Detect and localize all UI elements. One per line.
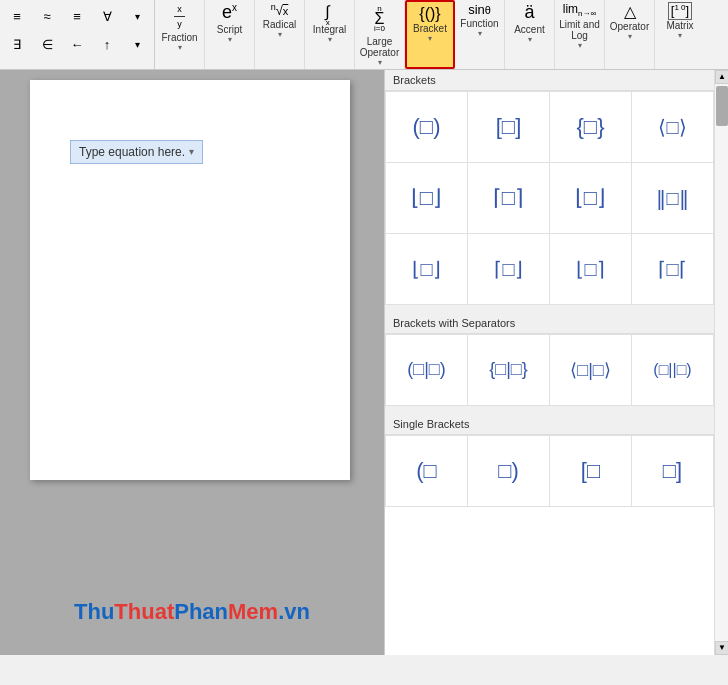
radical-icon: n√x — [271, 2, 289, 19]
sep2 — [385, 406, 714, 414]
sym-more1[interactable]: ▾ — [123, 3, 151, 29]
sym-lines[interactable]: ≡ — [63, 3, 91, 29]
bracket-single-symbol-3: [□ — [581, 458, 600, 484]
bracket-single-symbol-2: □) — [498, 458, 519, 484]
limitlog-icon: limn→∞ — [563, 2, 596, 19]
radical-label: Radical — [263, 19, 296, 30]
equation-dropdown-arrow[interactable]: ▾ — [189, 146, 194, 157]
bracket-single-cell-1[interactable]: (□ — [386, 436, 467, 506]
scroll-down-btn[interactable]: ▼ — [715, 641, 728, 655]
sym-in[interactable]: ∈ — [33, 31, 61, 57]
bracket-sep-symbol-2: {□|□} — [489, 359, 527, 380]
tool-limitlog[interactable]: limn→∞ Limit andLog ▾ — [555, 0, 605, 69]
bracket-sep-cell-4[interactable]: (□||□) — [632, 335, 713, 405]
matrix-icon: [1 0] — [668, 2, 692, 20]
tool-integral[interactable]: ∫x Integral ▾ — [305, 0, 355, 69]
sym-more2[interactable]: ▾ — [123, 31, 151, 57]
tool-groups: x y Fraction ▾ ex Script ▾ n√x Radical ▾… — [155, 0, 728, 69]
document-page: Type equation here. ▾ — [30, 80, 350, 480]
bracket-cell-6[interactable]: ⌈□⌉ — [468, 163, 549, 233]
bracket-symbol-1: (□) — [413, 114, 441, 140]
watermark-mem: Mem — [228, 599, 278, 624]
bracket-sep-symbol-3: ⟨□|□⟩ — [570, 359, 610, 381]
bracket-cell-7[interactable]: ⌊□⌋ — [550, 163, 631, 233]
largeop-label: LargeOperator — [360, 36, 399, 58]
scroll-area — [715, 84, 728, 641]
bracket-cell-5[interactable]: ⌊□⌋ — [386, 163, 467, 233]
scroll-thumb[interactable] — [716, 86, 728, 126]
sym-larrow[interactable]: ← — [63, 31, 91, 57]
bracket-cell-2[interactable]: [□] — [468, 92, 549, 162]
ribbon: ≡ ≈ ≡ ∀ ▾ ∃ ∈ ← ↑ ▾ x y Fraction — [0, 0, 728, 70]
bracket-label: Bracket — [413, 23, 447, 34]
main-area: Type equation here. ▾ ThuThuatPhanMem.vn… — [0, 70, 728, 655]
integral-arrow: ▾ — [328, 35, 332, 44]
bracket-cell-10[interactable]: ⌈□⌋ — [468, 234, 549, 304]
bracket-cell-3[interactable]: {□} — [550, 92, 631, 162]
sym-uarrow[interactable]: ↑ — [93, 31, 121, 57]
tool-fraction[interactable]: x y Fraction ▾ — [155, 0, 205, 69]
function-label: Function — [460, 18, 498, 29]
bracket-cell-1[interactable]: (□) — [386, 92, 467, 162]
integral-icon: ∫x — [325, 2, 333, 24]
section1-title: Brackets — [385, 70, 714, 91]
bracket-cell-11[interactable]: ⌊□⌉ — [550, 234, 631, 304]
bracket-symbol-7: ⌊□⌋ — [575, 185, 606, 211]
sym-forall[interactable]: ∀ — [93, 3, 121, 29]
watermark-phan: Phan — [174, 599, 228, 624]
tool-radical[interactable]: n√x Radical ▾ — [255, 0, 305, 69]
script-icon: ex — [222, 2, 237, 24]
tool-script[interactable]: ex Script ▾ — [205, 0, 255, 69]
sym-approx[interactable]: ≈ — [33, 3, 61, 29]
largeop-icon: n Σ i=0 — [374, 2, 385, 36]
tool-function[interactable]: sinθ Function ▾ — [455, 0, 505, 69]
tool-accent[interactable]: ä Accent ▾ — [505, 0, 555, 69]
section2-title: Brackets with Separators — [385, 313, 714, 334]
bracket-arrow: ▾ — [428, 34, 432, 43]
section3-title: Single Brackets — [385, 414, 714, 435]
equation-box[interactable]: Type equation here. ▾ — [70, 140, 203, 164]
tool-bracket[interactable]: {()} Bracket ▾ — [405, 0, 455, 69]
fraction-label: Fraction — [161, 32, 197, 43]
brackets-grid: (□) [□] {□} ⟨□⟩ ⌊□⌋ ⌈□⌉ — [385, 91, 714, 305]
matrix-label: Matrix — [666, 20, 693, 31]
bracket-sep-cell-3[interactable]: ⟨□|□⟩ — [550, 335, 631, 405]
dropdown-panel: Brackets (□) [□] {□} ⟨□⟩ ⌊□⌋ — [384, 70, 714, 655]
bracket-symbol-9: ⌊□⌋ — [412, 257, 440, 281]
sym-equiv[interactable]: ≡ — [3, 3, 31, 29]
tool-operator[interactable]: △ Operator ▾ — [605, 0, 655, 69]
bracket-single-symbol-4: □] — [663, 458, 682, 484]
sep1 — [385, 305, 714, 313]
script-label: Script — [217, 24, 243, 35]
bracket-sep-symbol-4: (□||□) — [653, 361, 691, 379]
equation-placeholder: Type equation here. — [79, 145, 185, 159]
accent-label: Accent — [514, 24, 545, 35]
bracket-cell-9[interactable]: ⌊□⌋ — [386, 234, 467, 304]
watermark-thu: Thu — [74, 599, 114, 624]
scrollbar[interactable]: ▲ ▼ — [714, 70, 728, 655]
bracket-symbol-11: ⌊□⌉ — [576, 257, 604, 281]
bracket-single-cell-3[interactable]: [□ — [550, 436, 631, 506]
bracket-symbol-12: ⌈□⌈ — [658, 257, 686, 281]
bracket-sep-cell-2[interactable]: {□|□} — [468, 335, 549, 405]
bracket-symbol-3: {□} — [577, 114, 605, 140]
bracket-single-symbol-1: (□ — [416, 458, 437, 484]
scroll-up-btn[interactable]: ▲ — [715, 70, 728, 84]
largeop-arrow: ▾ — [378, 58, 382, 67]
bracket-sep-cell-1[interactable]: (□|□) — [386, 335, 467, 405]
function-arrow: ▾ — [478, 29, 482, 38]
matrix-arrow: ▾ — [678, 31, 682, 40]
tool-matrix[interactable]: [1 0] Matrix ▾ — [655, 0, 705, 69]
watermark: ThuThuatPhanMem.vn — [74, 599, 310, 625]
bracket-single-cell-4[interactable]: □] — [632, 436, 713, 506]
document-area: Type equation here. ▾ ThuThuatPhanMem.vn — [0, 70, 384, 655]
bracket-cell-8[interactable]: ‖□‖ — [632, 163, 713, 233]
bracket-single-cell-2[interactable]: □) — [468, 436, 549, 506]
sym-exists[interactable]: ∃ — [3, 31, 31, 57]
bracket-cell-12[interactable]: ⌈□⌈ — [632, 234, 713, 304]
operator-label: Operator — [610, 21, 649, 32]
tool-largeop[interactable]: n Σ i=0 LargeOperator ▾ — [355, 0, 405, 69]
watermark-thuat: Thuat — [114, 599, 174, 624]
bracket-cell-4[interactable]: ⟨□⟩ — [632, 92, 713, 162]
bracket-symbol-6: ⌈□⌉ — [493, 185, 524, 211]
